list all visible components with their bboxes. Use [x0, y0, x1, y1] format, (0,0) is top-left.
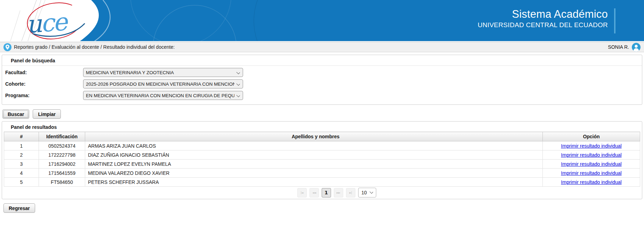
- table-row: 1 0502524374 ARMAS ARIZA JUAN CARLOS Imp…: [4, 141, 640, 150]
- results-tbody: 1 0502524374 ARMAS ARIZA JUAN CARLOS Imp…: [4, 141, 640, 187]
- chevron-down-icon: [370, 190, 373, 194]
- user-name: SONIA R.: [608, 44, 629, 50]
- search-panel: Panel de búsqueda Facultad: MEDICINA VET…: [2, 55, 642, 105]
- name-cell: MARTINEZ LOPEZ EVELYN PAMELA: [85, 160, 543, 169]
- results-panel: Panel de resultados # Identificación Ape…: [2, 121, 642, 199]
- programa-select[interactable]: EN MEDICINA VETERINARIA CON MENCION EN C…: [83, 91, 243, 100]
- identification-cell: FT584650: [39, 178, 85, 187]
- imprimir-resultado-link[interactable]: Imprimir resultado individual: [561, 143, 621, 149]
- table-row: 4 1715641559 MEDINA VALAREZO DIEGO XAVIE…: [4, 169, 640, 178]
- column-header-identificacion: Identificación: [39, 132, 85, 141]
- cohorte-label: Cohorte:: [2, 81, 83, 87]
- identification-cell: 0502524374: [39, 141, 85, 150]
- limpiar-button[interactable]: Limpiar: [33, 109, 61, 119]
- app-subtitle: UNIVERSIDAD CENTRAL DEL ECUADOR: [478, 21, 608, 29]
- column-header-apellidos: Apellidos y nombres: [85, 132, 543, 141]
- pagination: |◄ ◄◄ 1 ►► ►| 10: [2, 187, 642, 199]
- table-row: 3 1716294002 MARTINEZ LOPEZ EVELYN PAMEL…: [4, 160, 640, 169]
- buscar-button[interactable]: Buscar: [2, 109, 29, 119]
- imprimir-resultado-link[interactable]: Imprimir resultado individual: [561, 179, 621, 185]
- column-header-num: #: [4, 132, 39, 141]
- identification-cell: 1716294002: [39, 160, 85, 169]
- location-pin-icon: [3, 43, 11, 51]
- previous-page-button: ◄◄: [309, 188, 319, 197]
- results-table: # Identificación Apellidos y nombres Opc…: [4, 132, 640, 187]
- last-page-button: ►|: [346, 188, 355, 197]
- breadcrumb-bar: Reportes grado / Evaluación al docente /…: [0, 42, 644, 52]
- facultad-select[interactable]: MEDICINA VETERINARIA Y ZOOTECNIA: [83, 68, 243, 77]
- chevron-down-icon: [236, 82, 240, 86]
- name-cell: PETERS SCHEFFER JUSSARA: [85, 178, 543, 187]
- uce-logo-icon: uce: [0, 0, 348, 41]
- app-header: uce Sistema Académico UNIVERSIDAD CENTRA…: [0, 0, 644, 41]
- app-title: Sistema Académico: [478, 8, 608, 21]
- first-page-button: |◄: [297, 188, 307, 197]
- column-header-opcion: Opción: [543, 132, 640, 141]
- identification-cell: 1722227798: [39, 150, 85, 160]
- next-page-button: ►►: [334, 188, 343, 197]
- row-number: 5: [4, 178, 39, 187]
- programa-label: Programa:: [2, 93, 83, 98]
- breadcrumb: Reportes grado / Evaluación al docente /…: [14, 44, 175, 50]
- facultad-label: Facultad:: [2, 70, 83, 75]
- identification-cell: 1715641559: [39, 169, 85, 178]
- name-cell: ARMAS ARIZA JUAN CARLOS: [85, 141, 543, 150]
- row-number: 4: [4, 169, 39, 178]
- row-number: 2: [4, 150, 39, 160]
- current-page-button[interactable]: 1: [322, 188, 331, 197]
- row-number: 3: [4, 160, 39, 169]
- row-number: 1: [4, 141, 39, 150]
- chevron-down-icon: [236, 71, 240, 74]
- imprimir-resultado-link[interactable]: Imprimir resultado individual: [561, 170, 621, 176]
- chevron-down-icon: [236, 94, 240, 97]
- table-row: 5 FT584650 PETERS SCHEFFER JUSSARA Impri…: [4, 178, 640, 187]
- regresar-button[interactable]: Regresar: [3, 203, 35, 213]
- name-cell: MEDINA VALAREZO DIEGO XAVIER: [85, 169, 543, 178]
- imprimir-resultado-link[interactable]: Imprimir resultado individual: [561, 161, 621, 167]
- cohorte-select[interactable]: 2025-2026 POSGRADO EN MEDICINA VETERINAR…: [83, 79, 243, 88]
- header-accent-line: [614, 8, 615, 33]
- page-size-select[interactable]: 10: [358, 188, 376, 197]
- user-icon[interactable]: [632, 43, 641, 52]
- results-panel-title: Panel de resultados: [2, 122, 642, 132]
- search-panel-title: Panel de búsqueda: [2, 55, 642, 66]
- name-cell: DIAZ ZUÑIGA IGNACIO SEBASTIÁN: [85, 150, 543, 160]
- imprimir-resultado-link[interactable]: Imprimir resultado individual: [561, 152, 621, 158]
- table-row: 2 1722227798 DIAZ ZUÑIGA IGNACIO SEBASTI…: [4, 150, 640, 160]
- logo-text: uce: [25, 7, 70, 39]
